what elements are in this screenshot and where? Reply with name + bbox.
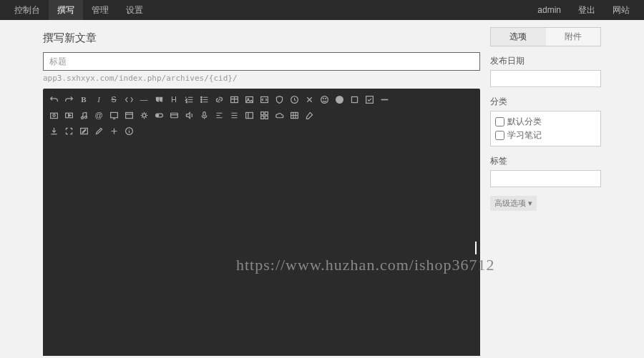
svg-point-21 <box>142 114 146 117</box>
date-label: 发布日期 <box>490 55 601 67</box>
category-checkbox[interactable] <box>495 117 504 126</box>
page-title: 撰写新文章 <box>43 27 480 52</box>
undo-icon[interactable] <box>47 93 60 106</box>
tags-label: 标签 <box>490 155 601 167</box>
nav-logout[interactable]: 登出 <box>570 0 604 20</box>
svg-point-15 <box>52 114 54 116</box>
tab-options[interactable]: 选项 <box>491 28 546 46</box>
svg-rect-29 <box>260 116 263 119</box>
table-icon[interactable] <box>228 93 240 106</box>
svg-point-17 <box>81 116 83 119</box>
svg-rect-20 <box>125 112 132 118</box>
grid-icon[interactable] <box>258 109 270 121</box>
sound-icon[interactable] <box>182 109 195 121</box>
toggle-icon[interactable] <box>152 109 165 121</box>
text-cursor <box>475 242 477 254</box>
category-label: 分类 <box>490 96 601 108</box>
svg-rect-25 <box>203 111 205 116</box>
svg-rect-4 <box>245 96 253 102</box>
bars-icon[interactable] <box>228 109 240 121</box>
fullscreen-icon[interactable] <box>62 124 75 137</box>
top-nav: 控制台 撰写 管理 设置 admin 登出 网站 <box>0 0 644 20</box>
nav-admin[interactable]: admin <box>529 0 570 20</box>
video-icon[interactable] <box>62 109 75 121</box>
svg-point-10 <box>325 98 326 99</box>
svg-rect-30 <box>265 116 268 119</box>
info-icon[interactable] <box>122 124 135 137</box>
svg-rect-12 <box>351 96 357 102</box>
svg-rect-26 <box>245 112 253 118</box>
plus-icon[interactable] <box>107 124 120 137</box>
category-checkbox[interactable] <box>495 131 504 140</box>
sun-icon[interactable] <box>137 109 150 121</box>
svg-point-1 <box>200 99 202 100</box>
code-icon[interactable] <box>122 93 135 106</box>
ol-icon[interactable] <box>182 93 195 106</box>
square-icon[interactable] <box>348 93 361 106</box>
category-item[interactable]: 学习笔记 <box>495 129 596 142</box>
svg-point-9 <box>323 98 323 99</box>
codeblock-icon[interactable] <box>258 93 270 106</box>
quote-icon[interactable] <box>152 93 165 106</box>
at-icon[interactable]: @ <box>92 109 105 121</box>
editor-toolbar: BIS—H @ <box>43 89 480 141</box>
edit-icon[interactable] <box>77 124 90 137</box>
svg-point-23 <box>156 114 158 116</box>
italic-icon[interactable]: I <box>92 93 105 106</box>
category-item[interactable]: 默认分类 <box>495 115 596 129</box>
shield-icon[interactable] <box>273 93 286 106</box>
cells-icon[interactable] <box>288 109 301 121</box>
advanced-options-toggle[interactable]: 高级选项 ▾ <box>490 196 537 211</box>
title-input[interactable] <box>43 52 480 71</box>
clear-icon[interactable] <box>303 93 316 106</box>
heading-icon[interactable]: H <box>167 93 180 106</box>
category-box: 默认分类 学习笔记 <box>490 111 601 146</box>
nav-settings[interactable]: 设置 <box>117 0 152 20</box>
panel-icon[interactable] <box>243 109 255 121</box>
svg-rect-19 <box>110 112 117 117</box>
download-icon[interactable] <box>47 124 60 137</box>
redo-icon[interactable] <box>62 93 75 106</box>
pencil-icon[interactable] <box>92 124 105 137</box>
sidebar-tabs: 选项 附件 <box>490 27 601 46</box>
microphone-icon[interactable] <box>197 109 210 121</box>
nav-write[interactable]: 撰写 <box>49 0 83 20</box>
image-icon[interactable] <box>243 93 255 106</box>
music-icon[interactable] <box>77 109 90 121</box>
tv-icon[interactable] <box>107 109 120 121</box>
permalink-text: app3.sxhxyx.com/index.php/archives/{cid}… <box>43 71 480 89</box>
quote-dash-icon[interactable]: — <box>137 93 150 106</box>
tab-attachments[interactable]: 附件 <box>546 28 601 46</box>
svg-rect-24 <box>170 113 177 118</box>
cloud-icon[interactable] <box>273 109 286 121</box>
date-input[interactable] <box>490 70 601 87</box>
bold-icon[interactable]: B <box>77 93 90 106</box>
check-icon[interactable] <box>363 93 376 106</box>
ul-icon[interactable] <box>197 93 210 106</box>
editor-textarea[interactable]: https://www.huzhan.com/ishop36712 <box>43 141 480 356</box>
face-icon[interactable] <box>333 93 346 106</box>
svg-point-11 <box>336 96 343 103</box>
link-icon[interactable] <box>213 93 225 106</box>
nav-manage[interactable]: 管理 <box>83 0 117 20</box>
eraser-icon[interactable] <box>303 109 316 121</box>
hr-icon[interactable] <box>378 93 391 106</box>
nav-console[interactable]: 控制台 <box>6 0 49 20</box>
photo-icon[interactable] <box>47 109 60 121</box>
tags-input[interactable] <box>490 170 601 187</box>
nav-site[interactable]: 网站 <box>604 0 638 20</box>
svg-point-0 <box>200 96 202 98</box>
svg-point-18 <box>84 116 87 118</box>
svg-point-8 <box>321 96 328 103</box>
emoji-icon[interactable] <box>318 93 331 106</box>
svg-rect-28 <box>265 111 268 114</box>
watermark-text: https://www.huzhan.com/ishop36712 <box>236 256 495 274</box>
clock-icon[interactable] <box>288 93 301 106</box>
svg-point-2 <box>200 101 202 102</box>
svg-rect-27 <box>260 111 263 114</box>
card-icon[interactable] <box>167 109 180 121</box>
align-icon[interactable] <box>213 109 225 121</box>
window-icon[interactable] <box>122 109 135 121</box>
strike-icon[interactable]: S <box>107 93 120 106</box>
